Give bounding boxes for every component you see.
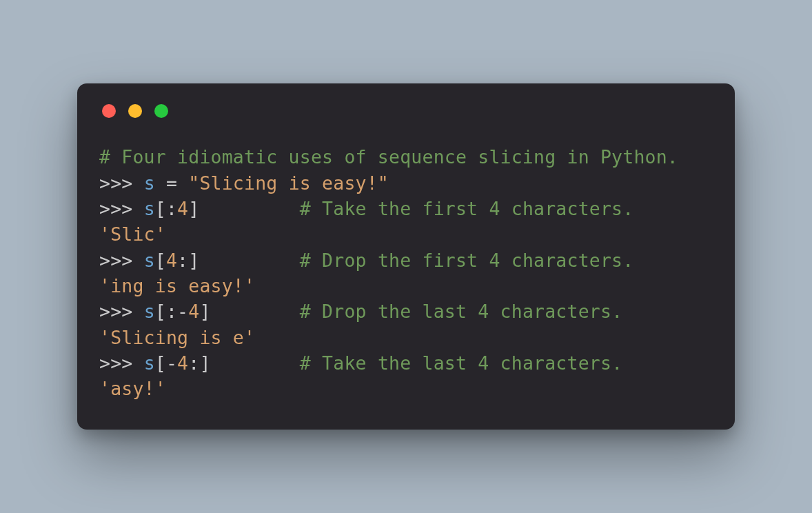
- code-comment: # Drop the first 4 characters.: [300, 250, 634, 271]
- code-operator: -: [177, 301, 188, 322]
- code-colon: :: [166, 301, 177, 322]
- code-operator: =: [155, 172, 188, 194]
- code-pad: [199, 198, 299, 219]
- code-number: 4: [177, 198, 188, 219]
- repl-prompt: >>>: [99, 301, 144, 322]
- code-bracket: [: [155, 250, 166, 271]
- code-output: 'Slicing is e': [99, 327, 255, 348]
- stage: # Four idiomatic uses of sequence slicin…: [0, 0, 812, 513]
- code-output: 'ing is easy!': [99, 275, 255, 296]
- minimize-icon[interactable]: [128, 104, 142, 118]
- repl-prompt: >>>: [99, 172, 144, 194]
- code-block: # Four idiomatic uses of sequence slicin…: [99, 144, 713, 402]
- code-string: "Slicing is easy!": [188, 172, 389, 194]
- code-variable: s: [144, 250, 155, 271]
- code-comment: # Drop the last 4 characters.: [300, 301, 622, 322]
- code-variable: s: [144, 352, 155, 374]
- code-bracket: [: [155, 352, 166, 374]
- repl-prompt: >>>: [99, 250, 144, 271]
- code-bracket: [: [155, 301, 166, 322]
- code-variable: s: [144, 198, 155, 219]
- code-colon: :: [166, 198, 177, 219]
- code-bracket: ]: [188, 198, 199, 219]
- code-variable: s: [144, 301, 155, 322]
- code-bracket: ]: [199, 301, 210, 322]
- repl-prompt: >>>: [99, 198, 144, 219]
- window-titlebar: [99, 104, 713, 118]
- code-output: 'asy!': [99, 378, 166, 399]
- repl-prompt: >>>: [99, 352, 144, 374]
- code-number: 4: [188, 301, 199, 322]
- code-bracket: [: [155, 198, 166, 219]
- code-output: 'Slic': [99, 223, 166, 245]
- close-icon[interactable]: [102, 104, 116, 118]
- code-pad: [211, 352, 300, 374]
- code-bracket: ]: [199, 352, 210, 374]
- code-comment: # Take the last 4 characters.: [300, 352, 622, 374]
- code-comment-header: # Four idiomatic uses of sequence slicin…: [99, 146, 678, 168]
- code-pad: [211, 301, 300, 322]
- code-bracket: ]: [188, 250, 199, 271]
- maximize-icon[interactable]: [154, 104, 168, 118]
- code-operator: -: [166, 352, 177, 374]
- code-colon: :: [188, 352, 199, 374]
- code-number: 4: [177, 352, 188, 374]
- code-window: # Four idiomatic uses of sequence slicin…: [77, 83, 735, 430]
- code-number: 4: [166, 250, 177, 271]
- code-colon: :: [177, 250, 188, 271]
- code-pad: [199, 250, 299, 271]
- code-comment: # Take the first 4 characters.: [300, 198, 634, 219]
- code-variable: s: [144, 172, 155, 194]
